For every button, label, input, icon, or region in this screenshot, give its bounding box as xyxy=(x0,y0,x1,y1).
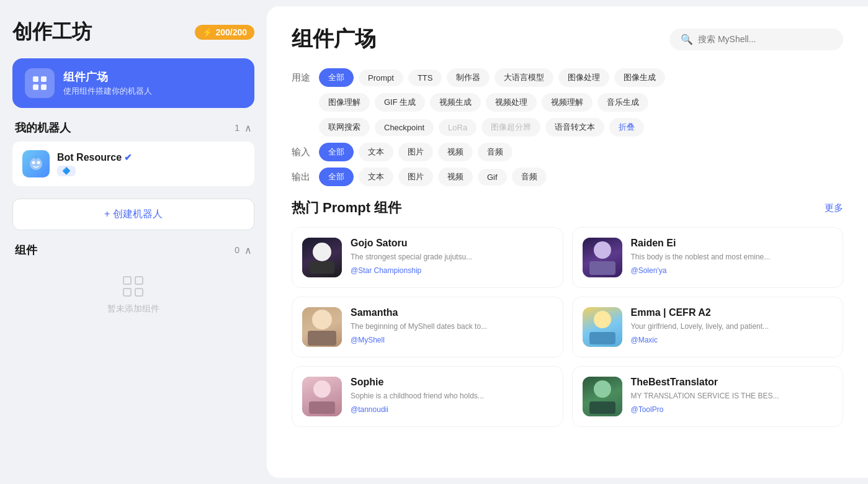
filter-tag-gif[interactable]: GIF 生成 xyxy=(375,93,425,112)
filter-tag-video-understand[interactable]: 视频理解 xyxy=(542,93,593,112)
card-name-emma: Emma | CEFR A2 xyxy=(631,307,769,318)
svg-rect-3 xyxy=(41,84,47,90)
bot-info: Bot Resource ✔ 🔷 xyxy=(57,152,132,176)
filter-tag-output-video[interactable]: 视频 xyxy=(438,168,473,186)
card-image-translator xyxy=(583,377,622,416)
components-meta: 0 ∧ xyxy=(235,244,252,256)
my-bots-section: 我的机器人 1 ∧ xyxy=(12,120,254,186)
cards-grid: Gojo Satoru The strongest special grade … xyxy=(292,227,843,427)
svg-rect-2 xyxy=(33,84,38,90)
bot-tag: 🔷 xyxy=(57,166,76,176)
bot-avatar xyxy=(22,150,50,177)
filter-tag-output-all[interactable]: 全部 xyxy=(319,168,354,186)
card-info-emma: Emma | CEFR A2 Your girlfriend, Lovely, … xyxy=(631,307,769,344)
card-desc-samantha: The beginning of MyShell dates back to..… xyxy=(351,321,487,332)
card-info-raiden: Raiden Ei This body is the noblest and m… xyxy=(631,238,771,275)
card-name-gojo: Gojo Satoru xyxy=(351,238,472,249)
filter-tag-collapse[interactable]: 折叠 xyxy=(609,118,644,137)
filter-tag-tts[interactable]: TTS xyxy=(408,69,442,86)
filter-tag-usage-all[interactable]: 全部 xyxy=(319,68,354,87)
filter-tag-input-video[interactable]: 视频 xyxy=(438,143,473,161)
filter-tag-input-text[interactable]: 文本 xyxy=(359,143,393,161)
card-info-translator: TheBestTranslator MY TRANSLATION SERVICE… xyxy=(631,377,779,414)
filter-tag-llm[interactable]: 大语言模型 xyxy=(494,68,553,87)
filter-tag-input-img[interactable]: 图片 xyxy=(398,143,433,161)
filter-tag-music[interactable]: 音乐生成 xyxy=(597,93,648,112)
empty-text: 暂未添加组件 xyxy=(107,303,159,315)
sidebar: 创作工坊 ⚡ 200/200 组件广场 使用组件搭建你的机器人 我的机器人 1 … xyxy=(0,0,267,484)
filter-tag-video-gen[interactable]: 视频生成 xyxy=(430,93,481,112)
content-header: 组件广场 🔍 xyxy=(292,25,843,53)
main-content: 组件广场 🔍 用途 全部 Prompt TTS 制作器 大语言模型 图像处理 图… xyxy=(267,6,868,478)
card-author-samantha: @MyShell xyxy=(351,336,487,344)
components-section: 组件 0 ∧ 暂未添加组件 xyxy=(12,243,254,333)
card-image-gojo xyxy=(302,238,342,277)
my-bots-count: 1 xyxy=(235,123,239,133)
card-info-sophie: Sophie Sophie is a childhood friend who … xyxy=(351,377,484,414)
filter-tag-maker[interactable]: 制作器 xyxy=(447,68,490,87)
card-emma[interactable]: Emma | CEFR A2 Your girlfriend, Lovely, … xyxy=(572,297,844,357)
card-image-raiden xyxy=(583,238,622,277)
card-author-raiden: @Solen'ya xyxy=(631,266,771,275)
marketplace-icon xyxy=(25,68,55,98)
more-link[interactable]: 更多 xyxy=(825,202,843,214)
bot-item[interactable]: Bot Resource ✔ 🔷 xyxy=(12,141,254,186)
card-image-sophie xyxy=(302,377,342,416)
filter-tag-input-all[interactable]: 全部 xyxy=(319,143,354,161)
svg-point-8 xyxy=(35,156,37,158)
svg-point-5 xyxy=(32,161,35,164)
card-image-emma xyxy=(583,307,622,347)
components-empty: 暂未添加组件 xyxy=(12,258,254,333)
grid-dot-4 xyxy=(135,288,143,297)
card-desc-emma: Your girlfriend, Lovely, lively, and pat… xyxy=(631,321,769,332)
filter-tag-lora: LoRa xyxy=(439,119,477,136)
filter-tag-output-text[interactable]: 文本 xyxy=(359,168,393,186)
filter-tag-output-gif[interactable]: Gif xyxy=(478,169,507,186)
card-info-gojo: Gojo Satoru The strongest special grade … xyxy=(351,238,472,275)
search-box[interactable]: 🔍 xyxy=(669,29,843,50)
card-name-samantha: Samantha xyxy=(351,307,487,318)
chevron-up-icon: ∧ xyxy=(244,122,252,134)
output-filter-row: 输出 全部 文本 图片 视频 Gif 音频 xyxy=(292,168,843,186)
filter-tag-img-process[interactable]: 图像处理 xyxy=(558,68,609,87)
create-bot-button[interactable]: + 创建机器人 xyxy=(12,199,254,230)
filter-tag-prompt[interactable]: Prompt xyxy=(359,69,403,86)
energy-label: 200/200 xyxy=(215,27,247,37)
marketplace-title: 组件广场 xyxy=(63,69,152,84)
search-input[interactable] xyxy=(698,34,832,44)
card-author-emma: @Maxic xyxy=(631,336,769,344)
hot-section-header: 热门 Prompt 组件 更多 xyxy=(292,199,843,217)
components-count: 0 xyxy=(235,245,239,255)
card-name-translator: TheBestTranslator xyxy=(631,377,779,388)
filter-tag-search[interactable]: 联网搜索 xyxy=(319,118,370,137)
usage-label: 用途 xyxy=(292,72,314,84)
card-translator[interactable]: TheBestTranslator MY TRANSLATION SERVICE… xyxy=(572,366,844,427)
filter-tag-img-understand[interactable]: 图像理解 xyxy=(319,93,370,112)
card-author-translator: @ToolPro xyxy=(631,405,779,414)
card-desc-sophie: Sophie is a childhood friend who holds..… xyxy=(351,390,484,401)
filter-tag-input-audio[interactable]: 音频 xyxy=(478,143,512,161)
filter-tag-img-gen[interactable]: 图像生成 xyxy=(614,68,665,87)
card-image-samantha xyxy=(302,307,342,347)
filter-tag-output-audio[interactable]: 音频 xyxy=(512,168,547,186)
filter-tag-video-process[interactable]: 视频处理 xyxy=(486,93,537,112)
card-desc-raiden: This body is the noblest and most emine.… xyxy=(631,251,771,262)
filter-tag-checkpoint[interactable]: Checkpoint xyxy=(375,119,434,136)
usage-filter-row: 用途 全部 Prompt TTS 制作器 大语言模型 图像处理 图像生成 xyxy=(292,68,843,87)
sidebar-header: 创作工坊 ⚡ 200/200 xyxy=(12,19,254,46)
bot-name: Bot Resource ✔ xyxy=(57,152,132,163)
marketplace-card[interactable]: 组件广场 使用组件搭建你的机器人 xyxy=(12,58,254,108)
svg-rect-0 xyxy=(33,76,38,82)
filter-tag-stt[interactable]: 语音转文本 xyxy=(545,118,604,137)
card-gojo[interactable]: Gojo Satoru The strongest special grade … xyxy=(292,227,563,288)
search-icon: 🔍 xyxy=(681,34,693,45)
energy-icon: ⚡ xyxy=(202,27,213,37)
energy-badge: ⚡ 200/200 xyxy=(195,25,254,40)
filter-tag-output-img[interactable]: 图片 xyxy=(398,168,433,186)
filter-section: 用途 全部 Prompt TTS 制作器 大语言模型 图像处理 图像生成 图像理… xyxy=(292,68,843,186)
usage-filter-row-3: 联网搜索 Checkpoint LoRa 图像超分辨 语音转文本 折叠 xyxy=(292,118,843,137)
card-raiden[interactable]: Raiden Ei This body is the noblest and m… xyxy=(572,227,844,288)
card-samantha[interactable]: Samantha The beginning of MyShell dates … xyxy=(292,297,563,357)
hot-section-title: 热门 Prompt 组件 xyxy=(292,199,401,217)
card-sophie[interactable]: Sophie Sophie is a childhood friend who … xyxy=(292,366,563,427)
